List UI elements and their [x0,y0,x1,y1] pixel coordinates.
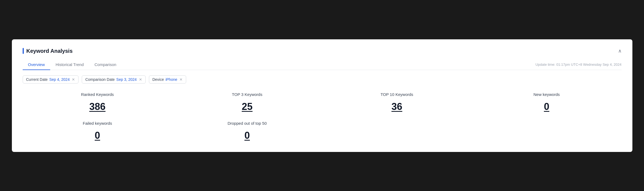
filter-device-label: Device [152,77,164,82]
card-header: Keyword Analysis ∧ [23,48,622,54]
metric-top10-keywords: TOP 10 Keywords 36 [322,92,472,112]
metric-empty-3 [322,121,472,141]
tabs-row: Overview Historical Trend Comparison Upd… [23,60,622,70]
filters-row: Current Date Sep 4, 2024 ✕ Comparison Da… [23,75,622,84]
tab-historical-trend[interactable]: Historical Trend [50,60,89,70]
metric-top3-keywords-label: TOP 3 Keywords [178,92,317,97]
metrics-row-2: Failed keywords 0 Dropped out of top 50 … [23,121,622,141]
title-accent-bar [23,48,24,54]
metric-top3-keywords-value[interactable]: 25 [178,101,317,112]
filter-comparison-date: Comparison Date Sep 3, 2024 ✕ [82,75,145,84]
collapse-button[interactable]: ∧ [618,48,622,54]
metric-ranked-keywords: Ranked Keywords 386 [23,92,172,112]
tabs-container: Overview Historical Trend Comparison [23,60,122,70]
filter-device: Device iPhone ✕ [149,75,186,84]
filter-comparison-date-close[interactable]: ✕ [139,78,142,81]
metric-ranked-keywords-value[interactable]: 386 [28,101,167,112]
metric-dropped-top50: Dropped out of top 50 0 [172,121,322,141]
title-group: Keyword Analysis [23,48,73,54]
metric-top10-keywords-value[interactable]: 36 [328,101,466,112]
metric-top3-keywords: TOP 3 Keywords 25 [172,92,322,112]
card-title: Keyword Analysis [26,48,73,54]
metric-ranked-keywords-label: Ranked Keywords [28,92,167,97]
metric-failed-keywords-label: Failed keywords [28,121,167,126]
filter-current-date: Current Date Sep 4, 2024 ✕ [23,75,79,84]
keyword-analysis-card: Keyword Analysis ∧ Overview Historical T… [12,39,632,152]
metric-failed-keywords: Failed keywords 0 [23,121,172,141]
filter-comparison-date-label: Comparison Date [85,77,115,82]
metric-top10-keywords-label: TOP 10 Keywords [328,92,466,97]
metric-empty-4 [472,121,622,141]
filter-device-close[interactable]: ✕ [179,78,183,81]
filter-current-date-value: Sep 4, 2024 [49,77,70,82]
update-time: Update time: 01:17pm UTC+8 Wednesday Sep… [536,62,622,67]
metric-new-keywords-value[interactable]: 0 [477,101,616,112]
filter-comparison-date-value: Sep 3, 2024 [116,77,137,82]
metric-dropped-top50-label: Dropped out of top 50 [178,121,317,126]
tab-overview[interactable]: Overview [23,60,50,70]
metric-dropped-top50-value[interactable]: 0 [178,130,317,141]
metrics-row-1: Ranked Keywords 386 TOP 3 Keywords 25 TO… [23,92,622,112]
metric-new-keywords-label: New keywords [477,92,616,97]
filter-current-date-label: Current Date [26,77,48,82]
filter-current-date-close[interactable]: ✕ [72,78,75,81]
metric-new-keywords: New keywords 0 [472,92,622,112]
filter-device-value: iPhone [165,77,177,82]
metric-failed-keywords-value[interactable]: 0 [28,130,167,141]
tab-comparison[interactable]: Comparison [89,60,122,70]
